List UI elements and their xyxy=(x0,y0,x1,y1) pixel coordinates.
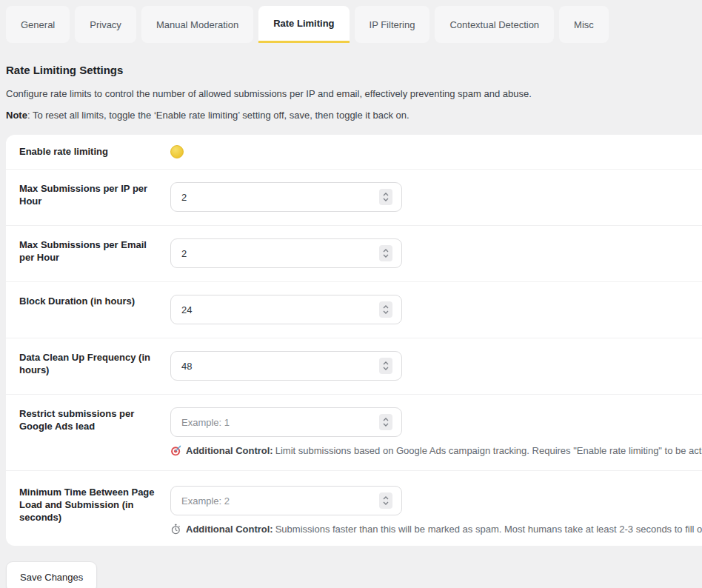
intro-section: Rate Limiting Settings Configure rate li… xyxy=(0,64,702,121)
number-input-box xyxy=(170,351,402,381)
chevron-up-icon xyxy=(383,193,389,196)
max-submissions-email-input[interactable] xyxy=(171,239,401,267)
setting-label: Max Submissions per IP per Hour xyxy=(19,182,170,207)
chevron-up-icon xyxy=(383,496,389,500)
google-ads-lead-input[interactable] xyxy=(171,408,401,436)
number-stepper[interactable] xyxy=(379,358,392,374)
setting-row-max-email: Max Submissions per Email per Hour xyxy=(6,226,702,282)
tab-contextual-detection[interactable]: Contextual Detection xyxy=(435,6,554,43)
setting-label: Block Duration (in hours) xyxy=(19,295,170,307)
tab-manual-moderation[interactable]: Manual Moderation xyxy=(141,6,253,43)
note-text: : To reset all limits, toggle the ‘Enabl… xyxy=(27,110,410,121)
page-note: Note: To reset all limits, toggle the ‘E… xyxy=(6,110,702,121)
help-text-google-ads: Additional Control:Limit submissions bas… xyxy=(170,445,702,457)
number-stepper[interactable] xyxy=(379,189,392,205)
number-input-box xyxy=(170,486,402,515)
setting-row-min-time: Minimum Time Between Page Load and Submi… xyxy=(6,471,702,546)
enable-rate-limiting-toggle[interactable] xyxy=(170,145,184,158)
setting-row-cleanup-frequency: Data Clean Up Frequency (in hours) xyxy=(6,338,702,395)
chevron-up-icon xyxy=(383,305,389,309)
number-input-box xyxy=(170,295,402,324)
stopwatch-icon xyxy=(170,524,181,535)
setting-row-google-ads-lead: Restrict submissions per Google Ads lead… xyxy=(6,395,702,471)
chevron-down-icon xyxy=(383,310,389,314)
help-text-content: Additional Control:Limit submissions bas… xyxy=(186,445,702,457)
tab-bar: General Privacy Manual Moderation Rate L… xyxy=(0,0,702,43)
setting-row-block-duration: Block Duration (in hours) xyxy=(6,282,702,338)
chevron-down-icon xyxy=(383,254,389,258)
chevron-down-icon xyxy=(383,198,389,201)
dartboard-icon xyxy=(170,445,181,456)
number-stepper[interactable] xyxy=(379,245,392,261)
tab-misc[interactable]: Misc xyxy=(559,6,609,43)
number-stepper[interactable] xyxy=(379,414,392,430)
chevron-down-icon xyxy=(383,423,389,427)
chevron-down-icon xyxy=(383,501,389,505)
block-duration-input[interactable] xyxy=(171,295,401,324)
tab-ip-filtering[interactable]: IP Filtering xyxy=(355,6,430,43)
min-time-input[interactable] xyxy=(171,487,401,515)
number-input-box xyxy=(170,182,402,212)
number-input-box xyxy=(170,238,402,268)
help-text-min-time: Additional Control:Submissions faster th… xyxy=(170,524,702,535)
max-submissions-ip-input[interactable] xyxy=(171,183,401,211)
save-changes-button[interactable]: Save Changes xyxy=(6,561,97,588)
help-text-content: Additional Control:Submissions faster th… xyxy=(186,524,702,535)
page-title: Rate Limiting Settings xyxy=(6,64,702,76)
note-label: Note xyxy=(6,110,27,121)
setting-label: Enable rate limiting xyxy=(19,145,170,158)
tab-rate-limiting[interactable]: Rate Limiting xyxy=(258,6,349,43)
tab-privacy[interactable]: Privacy xyxy=(75,6,136,43)
chevron-up-icon xyxy=(383,361,389,365)
setting-label: Minimum Time Between Page Load and Submi… xyxy=(19,486,170,524)
chevron-up-icon xyxy=(383,249,389,253)
chevron-up-icon xyxy=(383,418,389,421)
settings-card: Enable rate limiting Max Submissions per… xyxy=(6,135,702,546)
setting-label: Data Clean Up Frequency (in hours) xyxy=(19,351,170,376)
setting-label: Restrict submissions per Google Ads lead xyxy=(19,407,170,432)
setting-row-max-ip: Max Submissions per IP per Hour xyxy=(6,170,702,226)
page-description: Configure rate limits to control the num… xyxy=(6,88,702,99)
number-stepper[interactable] xyxy=(379,301,392,318)
setting-row-enable-rate-limiting: Enable rate limiting xyxy=(6,135,702,170)
number-input-box xyxy=(170,407,402,437)
cleanup-frequency-input[interactable] xyxy=(171,352,401,380)
setting-label: Max Submissions per Email per Hour xyxy=(19,238,170,264)
chevron-down-icon xyxy=(383,367,389,370)
number-stepper[interactable] xyxy=(379,492,392,509)
tab-general[interactable]: General xyxy=(6,6,70,43)
